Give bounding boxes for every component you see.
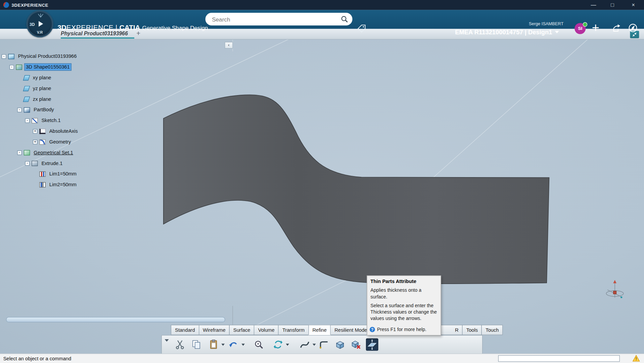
tree-item[interactable]: -PartBody (0, 105, 230, 115)
app-title: 3DEXPERIENCE | CATIA Generative Shape De… (57, 24, 208, 32)
specification-tree: -Physical Product03193966-3D Shape015503… (0, 51, 230, 190)
ribbon-tab-transform[interactable]: Transform (278, 325, 309, 335)
app-name: CATIA (120, 24, 140, 32)
ribbon-tab-refine[interactable]: Refine (308, 325, 331, 335)
toolbar-chevron-icon[interactable] (165, 339, 169, 341)
tree-item[interactable]: Lim1=50mm (0, 169, 230, 179)
minimize-button[interactable]: — (584, 0, 603, 10)
tree-item-label[interactable]: 3D Shape01550361 (25, 64, 71, 71)
scissors-icon (175, 339, 185, 350)
tree-item-label[interactable]: xy plane (32, 74, 52, 81)
tree-item-label[interactable]: AbsoluteAxis (48, 128, 79, 134)
tree-item[interactable]: -Extrude.1 (0, 158, 230, 169)
user-name: Serge ISAMBERT (509, 21, 563, 26)
tree-item-label[interactable]: zx plane (32, 96, 52, 103)
tree-item-label[interactable]: Sketch.1 (40, 117, 62, 124)
compass-3d-label[interactable]: 3D (30, 22, 35, 27)
tree-item[interactable]: xy plane (0, 72, 230, 83)
view-robot-icon[interactable] (606, 280, 623, 298)
tree-item[interactable]: yz plane (0, 83, 230, 94)
warning-icon[interactable]: ! (633, 355, 640, 363)
volume-button[interactable] (334, 338, 346, 351)
paste-button[interactable] (208, 338, 220, 351)
zoom-button[interactable] (252, 338, 265, 351)
ribbon-tab-strip: StandardWireframeSurfaceVolumeTransformR… (171, 325, 503, 335)
3d-compass-widget[interactable]: 3D V.R (26, 10, 53, 38)
share-icon[interactable] (611, 24, 621, 35)
undo-icon (228, 339, 239, 350)
paste-icon (208, 339, 219, 350)
tree-expander-icon[interactable]: - (9, 65, 14, 69)
tag-icon[interactable] (357, 24, 366, 35)
brand-divider: | (116, 24, 118, 32)
tree-item[interactable]: -Geometrical Set.1 (0, 147, 230, 158)
compass-play-icon[interactable] (39, 21, 43, 27)
tree-item[interactable]: -3D Shape01550361 (0, 62, 230, 72)
search-icon[interactable] (340, 15, 349, 25)
application-window: 3DEXPERIENCE — □ × 3DEXPERIENCE | CATIA … (0, 0, 644, 363)
active-tab-underline (61, 37, 134, 39)
tree-item-label[interactable]: Extrude.1 (40, 160, 64, 167)
plane-icon (23, 86, 30, 91)
tree-item-label[interactable]: PartBody (33, 107, 55, 113)
tree-item-label[interactable]: Physical Product03193966 (17, 53, 78, 60)
tree-expander-icon[interactable]: + (33, 139, 37, 144)
maximize-button[interactable]: □ (603, 0, 622, 10)
extract-button[interactable] (318, 338, 330, 351)
tree-expander-icon[interactable]: - (2, 54, 6, 58)
tree-horizontal-scrollbar[interactable] (6, 317, 225, 322)
ribbon-tab-standard[interactable]: Standard (171, 325, 199, 335)
tree-item-label[interactable]: Lim1=50mm (48, 171, 78, 177)
dropdown-arrow-icon[interactable] (221, 344, 225, 346)
ribbon-tab-touch[interactable]: Touch (481, 325, 503, 335)
tree-item[interactable]: +Geometry (0, 136, 230, 147)
zoom-icon (254, 339, 264, 350)
dropdown-arrow-icon[interactable] (313, 344, 316, 346)
tenant-selector[interactable]: EMEA R1132100014757 | Design1 (455, 28, 559, 35)
tree-item-label[interactable]: Lim2=50mm (48, 181, 78, 188)
tree-item[interactable]: +AbsoluteAxis (0, 126, 230, 136)
close-button[interactable]: × (623, 0, 644, 10)
tree-item[interactable]: -Sketch.1 (0, 115, 230, 126)
status-bar: Select an object or a command ! (0, 354, 644, 363)
plane-icon (23, 96, 30, 102)
tree-item[interactable]: Lim2=50mm (0, 179, 230, 190)
ribbon-tab-tools[interactable]: Tools (462, 325, 482, 335)
presence-dot-icon (583, 22, 587, 27)
copy-button[interactable] (190, 338, 202, 351)
dropdown-arrow-icon[interactable] (241, 344, 245, 346)
command-input[interactable] (498, 355, 620, 362)
limit1-icon (39, 171, 45, 176)
ribbon-tab-volume[interactable]: Volume (254, 325, 278, 335)
tree-expander-icon[interactable]: + (33, 129, 37, 133)
dropdown-arrow-icon[interactable] (286, 344, 289, 346)
geoset-icon (24, 150, 30, 155)
product-icon (8, 54, 14, 59)
copy-icon (191, 339, 202, 350)
cut-button[interactable] (174, 338, 186, 351)
tooltip-help-text: Press F1 for more help. (377, 327, 426, 332)
tree-expander-icon[interactable]: - (25, 161, 30, 165)
compass-help-icon[interactable] (628, 23, 638, 35)
ribbon-tab-wireframe[interactable]: Wireframe (199, 325, 230, 335)
help-icon: ? (370, 327, 375, 332)
ribbon-tab-surface[interactable]: Surface (229, 325, 255, 335)
tree-item-label[interactable]: yz plane (32, 85, 52, 92)
undo-button[interactable] (228, 338, 240, 351)
tree-expander-icon[interactable]: - (17, 108, 21, 112)
search-input[interactable] (205, 13, 343, 26)
thin-parts-attribute-button[interactable] (366, 338, 378, 351)
add-app-button[interactable]: + (592, 21, 599, 35)
app-module: Generative Shape Design (142, 25, 208, 31)
tree-expander-icon[interactable]: - (17, 150, 21, 155)
tree-item[interactable]: -Physical Product03193966 (0, 51, 230, 62)
tree-item-label[interactable]: Geometry (48, 138, 72, 145)
compass-vr-label[interactable]: V.R (27, 31, 53, 35)
tree-item-label[interactable]: Geometrical Set.1 (33, 149, 75, 156)
update-button[interactable] (272, 338, 284, 351)
sweep-button[interactable] (298, 338, 311, 351)
tree-expander-icon[interactable]: - (25, 118, 30, 123)
tree-panel-collapse-button[interactable]: ‹ (225, 42, 233, 49)
volume-delete-button[interactable] (350, 338, 362, 351)
tree-item[interactable]: zx plane (0, 94, 230, 105)
